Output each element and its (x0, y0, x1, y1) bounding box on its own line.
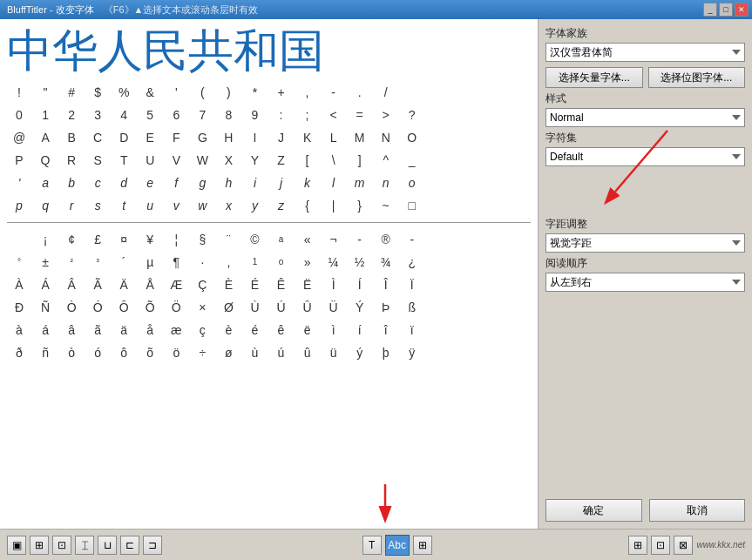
char-cell[interactable]: 1 (33, 104, 58, 126)
char-cell[interactable]: Ü (322, 296, 346, 319)
char-cell[interactable]: ë (295, 319, 320, 341)
char-cell[interactable]: ÷ (190, 341, 214, 364)
char-cell[interactable]: p (7, 194, 31, 217)
char-cell[interactable]: b (59, 172, 84, 194)
minimize-button[interactable]: _ (703, 3, 717, 17)
reading-order-select[interactable]: 从左到右 从右到左 (545, 273, 745, 292)
char-cell[interactable]: Õ (138, 296, 162, 319)
char-cell[interactable]: A (33, 126, 58, 149)
char-cell[interactable]: È (216, 273, 241, 296)
char-cell[interactable]: ½ (348, 251, 372, 273)
char-cell[interactable]: ] (348, 149, 372, 172)
char-cell[interactable]: f (164, 172, 188, 194)
char-cell[interactable]: m (348, 172, 372, 194)
char-cell[interactable]: & (138, 81, 162, 104)
char-cell[interactable]: ü (322, 341, 346, 364)
char-cell[interactable]: Ù (242, 296, 267, 319)
char-cell[interactable]: d (112, 172, 136, 194)
char-cell[interactable]: ( (190, 81, 214, 104)
char-cell[interactable]: [ (295, 149, 320, 172)
char-cell[interactable]: ó (85, 341, 110, 364)
char-cell[interactable]: å (138, 319, 162, 341)
char-cell[interactable]: X (216, 149, 241, 172)
char-cell[interactable]: ñ (33, 341, 58, 364)
char-cell[interactable]: 0 (7, 104, 31, 126)
char-cell[interactable]: 2 (59, 104, 84, 126)
char-cell[interactable]: ' (164, 81, 188, 104)
char-cell[interactable]: É (242, 273, 267, 296)
char-cell[interactable]: q (33, 194, 58, 217)
char-cell[interactable]: Ó (85, 296, 110, 319)
char-cell[interactable]: C (85, 126, 110, 149)
char-cell[interactable]: 7 (190, 104, 214, 126)
char-cell[interactable]: o (268, 251, 293, 273)
char-cell[interactable]: ¨ (216, 228, 241, 251)
char-cell[interactable]: Ô (112, 296, 136, 319)
char-cell[interactable]: " (33, 81, 58, 104)
char-cell[interactable]: Ë (295, 273, 320, 296)
char-cell[interactable]: ² (59, 251, 84, 273)
char-cell[interactable]: ! (7, 81, 31, 104)
char-cell[interactable]: D (112, 126, 136, 149)
char-cell[interactable]: ù (242, 341, 267, 364)
char-cell[interactable]: z (268, 194, 293, 217)
char-cell[interactable]: + (268, 81, 293, 104)
char-cell[interactable]: ´ (112, 251, 136, 273)
char-cell[interactable]: F (164, 126, 188, 149)
maximize-button[interactable]: □ (719, 3, 733, 17)
toolbar-icon-1[interactable]: ▣ (7, 536, 26, 555)
char-cell[interactable]: K (295, 126, 320, 149)
char-cell[interactable]: | (322, 194, 346, 217)
char-cell[interactable]: 6 (164, 104, 188, 126)
char-cell[interactable]: x (216, 194, 241, 217)
char-cell[interactable]: Z (268, 149, 293, 172)
char-cell[interactable]: e (138, 172, 162, 194)
char-cell[interactable]: / (374, 81, 398, 104)
select-vector-font-button[interactable]: 选择矢量字体... (545, 67, 643, 88)
char-cell[interactable]: a (33, 172, 58, 194)
char-cell[interactable]: Ã (85, 273, 110, 296)
char-cell[interactable]: â (59, 319, 84, 341)
char-cell[interactable]: ¤ (112, 228, 136, 251)
toolbar-text-icon[interactable]: T (362, 536, 382, 555)
char-cell[interactable]: ê (268, 319, 293, 341)
toolbar-icon-7[interactable]: ⊐ (143, 536, 162, 555)
char-cell[interactable]: = (348, 104, 372, 126)
char-cell[interactable]: V (164, 149, 188, 172)
char-cell[interactable]: 1 (242, 251, 267, 273)
char-cell[interactable]: » (295, 251, 320, 273)
char-cell[interactable]: ¦ (164, 228, 188, 251)
char-cell[interactable]: À (7, 273, 31, 296)
char-cell[interactable]: O (400, 126, 424, 149)
char-cell[interactable]: æ (164, 319, 188, 341)
char-cell[interactable]: á (33, 319, 58, 341)
char-cell[interactable]: ~ (374, 194, 398, 217)
char-cell[interactable]: © (242, 228, 267, 251)
char-cell[interactable]: @ (7, 126, 31, 149)
char-cell[interactable]: Ê (268, 273, 293, 296)
char-cell[interactable]: Á (33, 273, 58, 296)
char-cell[interactable]: è (216, 319, 241, 341)
char-cell[interactable]: ß (400, 296, 424, 319)
toolbar-icon-2[interactable]: ⊞ (30, 536, 49, 555)
char-cell[interactable]: J (268, 126, 293, 149)
char-cell[interactable]: Ñ (33, 296, 58, 319)
char-cell[interactable]: é (242, 319, 267, 341)
char-cell[interactable]: u (138, 194, 162, 217)
char-cell[interactable]: ¡ (33, 228, 58, 251)
char-cell[interactable]: - (400, 228, 424, 251)
char-cell[interactable]: ) (216, 81, 241, 104)
char-cell[interactable]: ö (164, 341, 188, 364)
char-cell[interactable]: Ç (190, 273, 214, 296)
char-cell[interactable]: L (322, 126, 346, 149)
char-cell[interactable]: Q (33, 149, 58, 172)
toolbar-right-icon-3[interactable]: ⊠ (674, 536, 693, 555)
char-cell[interactable]: Ð (7, 296, 31, 319)
char-cell[interactable]: T (112, 149, 136, 172)
char-cell[interactable]: 9 (242, 104, 267, 126)
char-cell[interactable]: y (242, 194, 267, 217)
char-cell[interactable]: ÿ (400, 341, 424, 364)
char-cell[interactable]: ì (322, 319, 346, 341)
ok-button[interactable]: 确定 (545, 499, 642, 522)
char-cell[interactable]: a (268, 228, 293, 251)
